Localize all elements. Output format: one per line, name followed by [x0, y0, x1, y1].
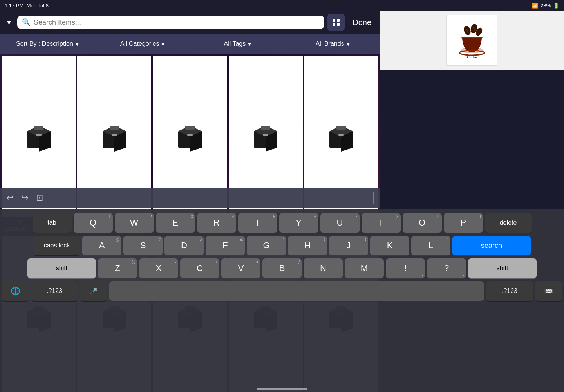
- e-key[interactable]: 3 E: [156, 213, 195, 233]
- status-time: 1:17 PM Mon Jul 8: [5, 3, 49, 9]
- space-key[interactable]: [109, 281, 484, 302]
- box-icon: [174, 120, 206, 152]
- v-key[interactable]: = V: [221, 258, 260, 279]
- svg-rect-8: [36, 134, 42, 136]
- grid-view-button[interactable]: [327, 14, 345, 31]
- r-key[interactable]: 4 R: [197, 213, 236, 233]
- x-key[interactable]: - X: [139, 258, 178, 279]
- t-key[interactable]: 5 T: [238, 213, 277, 233]
- collapse-button[interactable]: ▾: [4, 16, 14, 29]
- svg-rect-17: [185, 126, 195, 130]
- right-shift-key[interactable]: shift: [468, 258, 537, 279]
- y-key[interactable]: 6 Y: [279, 213, 318, 233]
- product-card[interactable]: Adams Family BlendUS$20.00: [229, 56, 303, 235]
- o-key[interactable]: 9 O: [403, 213, 442, 233]
- toolbar-divider: [373, 192, 374, 204]
- svg-rect-22: [261, 126, 270, 130]
- box-icon: [23, 120, 54, 152]
- svg-rect-2: [333, 23, 335, 26]
- m-key[interactable]: : M: [345, 258, 384, 279]
- svg-rect-12: [110, 126, 119, 130]
- svg-rect-18: [187, 134, 193, 136]
- search-input-wrap: 🔍: [17, 16, 324, 29]
- numbers-key-left[interactable]: .?123: [31, 281, 78, 302]
- brands-chevron: ▾: [347, 40, 350, 48]
- coffee-logo: Coffee HOUSE: [452, 21, 492, 60]
- product-card[interactable]: 8 oz. cup drip coffeeUS$4.00: [77, 56, 151, 235]
- brands-filter[interactable]: All Brands ▾: [285, 34, 380, 54]
- svg-rect-23: [263, 134, 268, 136]
- h-key[interactable]: ( H: [288, 236, 327, 256]
- logo-box: Coffee HOUSE: [446, 15, 497, 66]
- filter-bar: Sort By : Description ▾ All Categories ▾…: [0, 34, 380, 54]
- product-card[interactable]: 2% MilkUS$0.50: [2, 56, 76, 235]
- battery-indicator: 28%: [540, 3, 551, 9]
- search-icon: 🔍: [22, 18, 31, 27]
- keyboard-hide-key[interactable]: ⌨: [535, 281, 562, 302]
- k-key[interactable]: ' K: [370, 236, 409, 256]
- caps-lock-key[interactable]: caps lock: [33, 236, 80, 256]
- d-key[interactable]: $ D: [164, 236, 204, 256]
- n-key[interactable]: ; N: [304, 258, 343, 279]
- search-bar: ▾ 🔍 Done: [0, 11, 380, 34]
- categories-chevron: ▾: [161, 40, 164, 48]
- tab-key[interactable]: tab: [33, 213, 72, 233]
- j-key[interactable]: ) J: [329, 236, 368, 256]
- keyboard: tab 1 Q 2 W 3 E 4 R 5 T 6 Y 7 U: [0, 209, 564, 392]
- w-key[interactable]: 2 W: [115, 213, 154, 233]
- svg-text:HOUSE: HOUSE: [467, 60, 476, 60]
- f-key[interactable]: & F: [206, 236, 245, 256]
- a-key[interactable]: @ A: [82, 236, 121, 256]
- delete-key[interactable]: delete: [485, 213, 532, 233]
- q-key[interactable]: 1 Q: [74, 213, 113, 233]
- numbers-key-right[interactable]: .?123: [486, 281, 533, 302]
- svg-rect-3: [337, 23, 340, 26]
- svg-rect-0: [333, 19, 335, 22]
- p-key[interactable]: 0 P: [444, 213, 483, 233]
- undo-button[interactable]: ↩: [6, 193, 13, 203]
- l-key[interactable]: " L: [411, 236, 450, 256]
- z-key[interactable]: % Z: [98, 258, 137, 279]
- microphone-key[interactable]: 🎤: [80, 281, 107, 302]
- product-card[interactable]: Albanese GummiesUS$1.25: [304, 56, 378, 235]
- svg-rect-13: [112, 134, 117, 136]
- box-icon: [99, 120, 130, 152]
- status-bar: 1:17 PM Mon Jul 8 📶 28% 🔋: [0, 0, 564, 11]
- svg-rect-7: [34, 126, 43, 130]
- categories-filter[interactable]: All Categories ▾: [95, 34, 190, 54]
- logo-area: Coffee HOUSE: [380, 11, 564, 70]
- left-shift-key[interactable]: shift: [27, 258, 96, 279]
- globe-key[interactable]: 🌐: [2, 281, 29, 302]
- wifi-icon: 📶: [532, 3, 538, 9]
- svg-rect-27: [336, 126, 346, 130]
- redo-button[interactable]: ↪: [21, 193, 28, 203]
- i-key[interactable]: 8 I: [362, 213, 401, 233]
- box-icon: [250, 120, 281, 152]
- tags-chevron: ▾: [248, 40, 251, 48]
- battery-icon: 🔋: [553, 3, 559, 9]
- c-key[interactable]: + C: [180, 258, 219, 279]
- toolbar-row: ↩ ↪ ⊡: [0, 188, 380, 208]
- question-key[interactable]: ? .: [427, 258, 466, 279]
- tags-filter[interactable]: All Tags ▾: [190, 34, 286, 54]
- done-button[interactable]: Done: [348, 16, 376, 29]
- svg-rect-1: [337, 19, 340, 22]
- s-key[interactable]: # S: [123, 236, 163, 256]
- paste-button[interactable]: ⊡: [36, 193, 43, 203]
- home-indicator: [257, 388, 307, 390]
- box-icon: [325, 120, 357, 152]
- exclaim-key[interactable]: ! ,: [386, 258, 425, 279]
- search-input[interactable]: [34, 18, 320, 27]
- u-key[interactable]: 7 U: [320, 213, 360, 233]
- g-key[interactable]: * G: [247, 236, 286, 256]
- b-key[interactable]: / B: [262, 258, 302, 279]
- svg-rect-28: [338, 134, 344, 136]
- sort-filter[interactable]: Sort By : Description ▾: [0, 34, 95, 54]
- svg-text:Coffee: Coffee: [467, 55, 477, 59]
- product-card[interactable]: 8 oz. herbal teaUS$2.00: [153, 56, 227, 235]
- search-key[interactable]: search: [452, 236, 531, 256]
- sort-chevron: ▾: [76, 40, 79, 48]
